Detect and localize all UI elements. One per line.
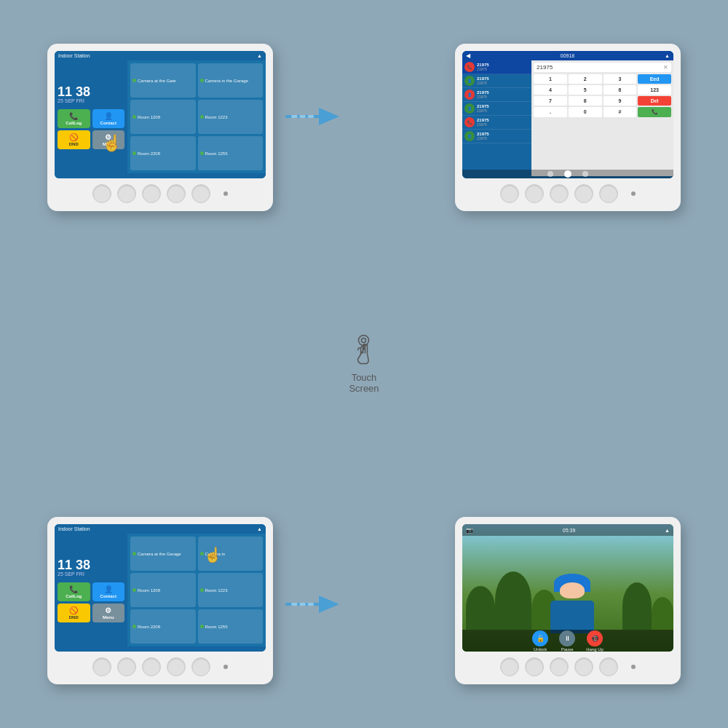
hw-btn-br-1[interactable]: [500, 657, 519, 676]
contact-item-1[interactable]: 👤 21975 21975: [462, 74, 531, 88]
dnd-btn-bl[interactable]: 🚫 DND: [58, 604, 90, 622]
key-3[interactable]: 3: [604, 74, 637, 84]
hw-btn-tr-4[interactable]: [574, 184, 593, 203]
cam-item-1[interactable]: Camera at the Gate: [130, 63, 196, 98]
cam-dot-bl-3: [132, 588, 136, 592]
key-7[interactable]: 7: [534, 96, 567, 106]
cam-item-5[interactable]: Room 2208: [130, 136, 196, 170]
cam-dot-bl-2: [200, 552, 204, 555]
cam-dot-2: [200, 79, 204, 82]
hw-btn-3[interactable]: [142, 184, 161, 203]
ctrl-group-hangup: 📵 Hang Up: [586, 630, 604, 652]
key-5[interactable]: 5: [569, 85, 602, 95]
contact-info-5: 21975 21975: [477, 132, 489, 141]
date-display-tl: 25 SEP FRI: [58, 98, 124, 103]
hw-btn-bl-5[interactable]: [191, 657, 210, 676]
cam-item-6[interactable]: Room 1255: [198, 136, 264, 170]
main-container: Indoor Station ▲ 11 38 25 SEP FRI 📞 Call…: [0, 0, 728, 728]
contact-avatar-5: 👤: [464, 131, 475, 141]
dial-header-tr: ◀ 00918 ▲: [462, 51, 673, 60]
hw-btn-br-2[interactable]: [525, 657, 544, 676]
hw-btn-bl-2[interactable]: [117, 657, 136, 676]
clear-icon[interactable]: ✕: [663, 64, 668, 71]
hw-btn-tr-1[interactable]: [500, 184, 519, 203]
device-buttons-bl: [55, 657, 266, 676]
footer-icon-3: [582, 171, 588, 177]
key-4[interactable]: 4: [534, 85, 567, 95]
indoor-body-tl: 11 38 25 SEP FRI 📞 CallLog 👤 Contact: [55, 60, 266, 173]
hw-btn-tr-5[interactable]: [599, 184, 618, 203]
hangup-btn-br[interactable]: 📵: [587, 630, 603, 646]
touch-icon-svg: [348, 335, 381, 368]
hw-btn-5[interactable]: [191, 184, 210, 203]
key-eed[interactable]: Eed: [638, 74, 671, 84]
dial-footer-tr: [462, 170, 673, 178]
indoor-body-bl: 11 38 25 SEP FRI 📞 CallLog 👤 Contact: [55, 534, 266, 646]
cam-item-bl-4[interactable]: Room 1223: [198, 573, 264, 607]
hw-btn-4[interactable]: [167, 184, 186, 203]
indoor-left-bl: 11 38 25 SEP FRI 📞 CallLog 👤 Contact: [55, 534, 127, 646]
cam-dot-bl-1: [132, 552, 136, 555]
contact-btn-tl[interactable]: 👤 Contact: [92, 109, 125, 128]
contact-info-2: 21975 21975: [477, 90, 489, 99]
hw-btn-br-4[interactable]: [574, 657, 593, 676]
contact-item-2[interactable]: 👤 21975 21975: [462, 88, 531, 102]
cam-item-4[interactable]: Room 1223: [198, 100, 264, 134]
contact-item-3[interactable]: 👤 21975 21975: [462, 102, 531, 116]
key-9[interactable]: 9: [604, 96, 637, 106]
key-dot[interactable]: .: [534, 107, 567, 117]
dial-contacts-tr: 📞 21975 21975 👤 21975 21975: [462, 60, 531, 176]
menu-btn-bl[interactable]: ⚙ Menu: [92, 604, 125, 622]
key-6[interactable]: 6: [604, 85, 637, 95]
key-8[interactable]: 8: [569, 96, 602, 106]
hw-btn-tr-3[interactable]: [550, 184, 569, 203]
cam-dot-3: [132, 115, 136, 119]
wifi-icon-bl: ▲: [257, 526, 262, 531]
contact-item-0[interactable]: 📞 21975 21975: [462, 60, 531, 74]
cam-item-3[interactable]: Room 1208: [130, 100, 196, 134]
calllog-btn-tl[interactable]: 📞 CallLog: [58, 109, 90, 128]
cam-item-bl-1[interactable]: Camera at the Garage: [130, 537, 196, 571]
hw-btn-br-5[interactable]: [599, 657, 618, 676]
cam-item-bl-6[interactable]: Room 1255: [198, 609, 264, 644]
contact-avatar-1: 👤: [464, 76, 475, 86]
key-call[interactable]: 📞: [638, 107, 671, 117]
device-buttons-tl: [55, 184, 266, 203]
key-1[interactable]: 1: [534, 74, 567, 84]
cam-item-2[interactable]: Camera in the Garage: [198, 63, 264, 98]
contact-item-4[interactable]: 📞 21975 21975: [462, 116, 531, 130]
key-123[interactable]: 123: [638, 85, 671, 95]
key-delete[interactable]: Del: [638, 96, 671, 106]
hw-btn-bl-4[interactable]: [167, 657, 186, 676]
key-hash[interactable]: #: [604, 107, 637, 117]
key-0[interactable]: 0: [569, 107, 602, 117]
calllog-btn-bl[interactable]: 📞 CallLog: [58, 582, 90, 601]
cam-dot-4: [200, 115, 204, 119]
back-icon-tr[interactable]: ◀: [466, 52, 470, 59]
dial-body-tr: 📞 21975 21975 👤 21975 21975: [462, 60, 673, 176]
hw-dot-tr: [631, 191, 636, 196]
keypad-input-tr: 21975 ✕: [534, 63, 671, 72]
footer-icon-1: [547, 171, 553, 177]
contact-item-5[interactable]: 👤 21975 21975: [462, 130, 531, 143]
indoor-header-bl: Indoor Station ▲: [55, 524, 266, 534]
hw-btn-bl-1[interactable]: [92, 657, 111, 676]
key-2[interactable]: 2: [569, 74, 602, 84]
cam-dot-5: [132, 151, 136, 155]
hw-btn-bl-3[interactable]: [142, 657, 161, 676]
hw-btn-2[interactable]: [117, 184, 136, 203]
cam-item-bl-3[interactable]: Room 1208: [130, 573, 196, 607]
dnd-btn-tl[interactable]: 🚫 DND: [58, 130, 90, 149]
cam-dot-bl-4: [200, 588, 204, 592]
pause-btn-br[interactable]: ⏸: [559, 630, 575, 646]
hw-btn-br-3[interactable]: [550, 657, 569, 676]
hw-btn-tr-2[interactable]: [525, 184, 544, 203]
contact-btn-bl[interactable]: 👤 Contact: [92, 582, 125, 601]
hangup-label-br: Hang Up: [586, 647, 604, 652]
indoor-left-tl: 11 38 25 SEP FRI 📞 CallLog 👤 Contact: [55, 60, 127, 173]
hw-btn-1[interactable]: [92, 184, 111, 203]
svg-marker-8: [319, 596, 339, 613]
contact-avatar-4: 📞: [464, 117, 475, 127]
unlock-btn-br[interactable]: 🔓: [532, 630, 548, 646]
cam-item-bl-5[interactable]: Room 2208: [130, 609, 196, 644]
